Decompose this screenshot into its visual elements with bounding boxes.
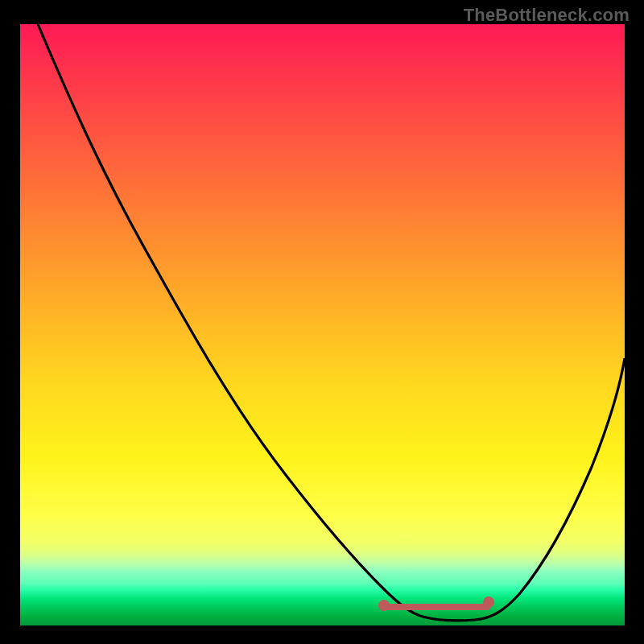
curve-line bbox=[38, 24, 625, 621]
watermark-text: TheBottleneck.com bbox=[464, 5, 630, 26]
flat-region-start-dot bbox=[378, 600, 390, 611]
curve-svg bbox=[20, 24, 625, 625]
flat-region-end-dot bbox=[483, 597, 494, 608]
chart-container: TheBottleneck.com bbox=[0, 0, 644, 644]
